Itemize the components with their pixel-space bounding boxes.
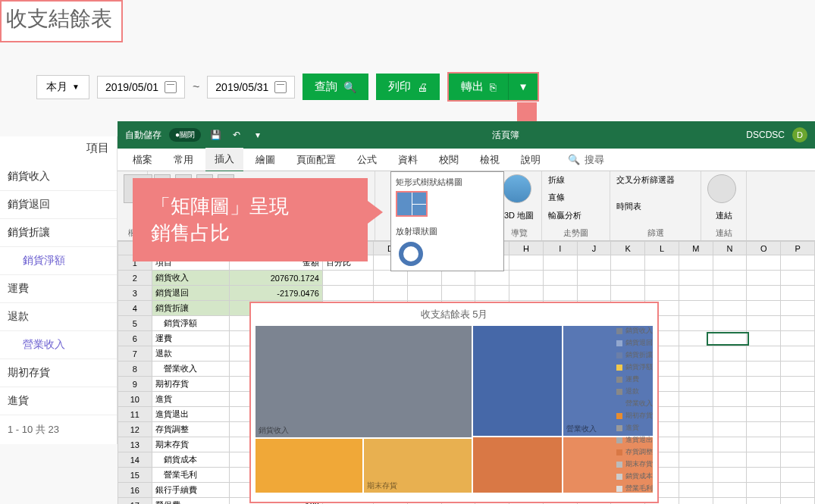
cell[interactable] <box>747 362 781 377</box>
cell[interactable] <box>747 255 781 271</box>
sunburst-chart-icon[interactable] <box>399 242 423 266</box>
cell[interactable] <box>679 255 713 271</box>
tab-view[interactable]: 檢視 <box>471 149 509 171</box>
date-from-input[interactable]: 2019/05/01 <box>97 76 185 99</box>
cell[interactable] <box>713 362 747 377</box>
cell[interactable] <box>781 468 815 483</box>
cell[interactable] <box>679 407 713 422</box>
link-icon[interactable] <box>707 174 736 203</box>
cell[interactable] <box>577 271 611 286</box>
cell[interactable] <box>679 316 713 331</box>
cell[interactable] <box>781 301 815 316</box>
cell[interactable] <box>679 346 713 362</box>
cell[interactable] <box>713 271 747 286</box>
row-number[interactable]: 7 <box>118 346 152 362</box>
tab-insert[interactable]: 插入 <box>205 148 243 172</box>
tab-layout[interactable]: 頁面配置 <box>287 149 345 171</box>
cell[interactable] <box>747 422 781 437</box>
ribbon-search[interactable]: 🔍 搜尋 <box>568 153 604 167</box>
cell[interactable] <box>713 392 747 407</box>
cell[interactable] <box>645 286 679 301</box>
export-caret-button[interactable]: ▼ <box>509 74 537 100</box>
undo-icon[interactable]: ↶ <box>230 128 243 142</box>
sidebar-item[interactable]: 期初存貨 <box>0 359 117 387</box>
cell[interactable] <box>407 286 441 301</box>
cell[interactable] <box>747 271 781 286</box>
cell[interactable] <box>781 286 815 301</box>
cell[interactable] <box>645 255 679 271</box>
row-number[interactable]: 5 <box>118 316 152 331</box>
cell[interactable]: 銷貨淨額 <box>152 316 229 331</box>
row-number[interactable]: 4 <box>118 301 152 316</box>
cell[interactable] <box>374 271 408 286</box>
cell[interactable]: 進貨 <box>152 392 229 407</box>
date-to-input[interactable]: 2019/05/31 <box>207 76 295 99</box>
cell[interactable] <box>441 286 475 301</box>
cell[interactable] <box>747 483 781 498</box>
cell[interactable] <box>611 255 645 271</box>
cell[interactable] <box>509 255 544 271</box>
cell[interactable] <box>747 331 781 346</box>
cell[interactable]: 退款 <box>152 346 229 362</box>
tab-formulas[interactable]: 公式 <box>348 149 386 171</box>
cell[interactable] <box>713 316 747 331</box>
row-number[interactable]: 15 <box>118 468 152 483</box>
cell[interactable] <box>747 498 781 505</box>
cell[interactable]: 銷貨退回 <box>152 286 229 301</box>
tab-data[interactable]: 資料 <box>389 149 427 171</box>
sidebar-item[interactable]: 銷貨折讓 <box>0 219 117 247</box>
treemap-chart[interactable]: 收支結餘表 5月 銷貨收入 期末存貨 營業收入 <box>249 302 659 503</box>
cell[interactable] <box>713 468 747 483</box>
slicer-item[interactable]: 交叉分析篩選器 <box>616 175 675 184</box>
col-header[interactable]: I <box>543 242 577 255</box>
print-button[interactable]: 列印 🖨 <box>376 74 440 100</box>
cell[interactable] <box>407 271 441 286</box>
row-number[interactable]: 16 <box>118 483 152 498</box>
cell[interactable]: 銷貨成本 <box>152 452 229 468</box>
cell[interactable]: 銷貨收入 <box>152 271 229 286</box>
cell[interactable] <box>679 483 713 498</box>
cell[interactable] <box>679 468 713 483</box>
sidebar-item[interactable]: 銷貨收入 <box>0 163 117 191</box>
cell[interactable] <box>441 271 475 286</box>
cell[interactable]: 銀行手續費 <box>152 483 229 498</box>
cell[interactable] <box>679 301 713 316</box>
cell[interactable] <box>781 498 815 505</box>
cell[interactable] <box>747 392 781 407</box>
treemap-chart-icon[interactable] <box>396 191 428 217</box>
cell[interactable] <box>747 301 781 316</box>
row-number[interactable]: 17 <box>118 498 152 505</box>
cell[interactable] <box>679 437 713 452</box>
sidebar-item-subtotal[interactable]: 營業收入 <box>0 331 117 359</box>
cell[interactable] <box>713 377 747 392</box>
row-number[interactable]: 8 <box>118 362 152 377</box>
cell[interactable] <box>679 422 713 437</box>
cell[interactable] <box>781 392 815 407</box>
period-dropdown[interactable]: 本月 ▼ <box>36 75 89 99</box>
sidebar-item[interactable]: 銷貨退回 <box>0 191 117 219</box>
tab-review[interactable]: 校閱 <box>430 149 468 171</box>
3d-map-icon[interactable] <box>503 174 531 203</box>
query-button[interactable]: 查詢 🔍 <box>302 74 368 100</box>
row-number[interactable]: 9 <box>118 377 152 392</box>
cell[interactable] <box>509 286 544 301</box>
cell[interactable] <box>747 468 781 483</box>
cell[interactable] <box>781 271 815 286</box>
cell[interactable] <box>713 498 747 505</box>
cell[interactable] <box>713 255 747 271</box>
cell[interactable] <box>679 271 713 286</box>
cell[interactable] <box>747 437 781 452</box>
tab-help[interactable]: 說明 <box>512 149 550 171</box>
cell[interactable]: 營業收入 <box>152 362 229 377</box>
col-header[interactable]: J <box>577 242 611 255</box>
sidebar-item[interactable]: 運費 <box>0 275 117 303</box>
save-icon[interactable]: 💾 <box>208 128 222 142</box>
cell[interactable] <box>781 483 815 498</box>
cell[interactable] <box>374 286 408 301</box>
col-header[interactable]: M <box>679 242 713 255</box>
cell[interactable] <box>781 422 815 437</box>
cell[interactable] <box>747 286 781 301</box>
cell[interactable]: 營業毛利 <box>152 468 229 483</box>
sidebar-item[interactable]: 進貨 <box>0 387 117 415</box>
row-number[interactable]: 10 <box>118 392 152 407</box>
